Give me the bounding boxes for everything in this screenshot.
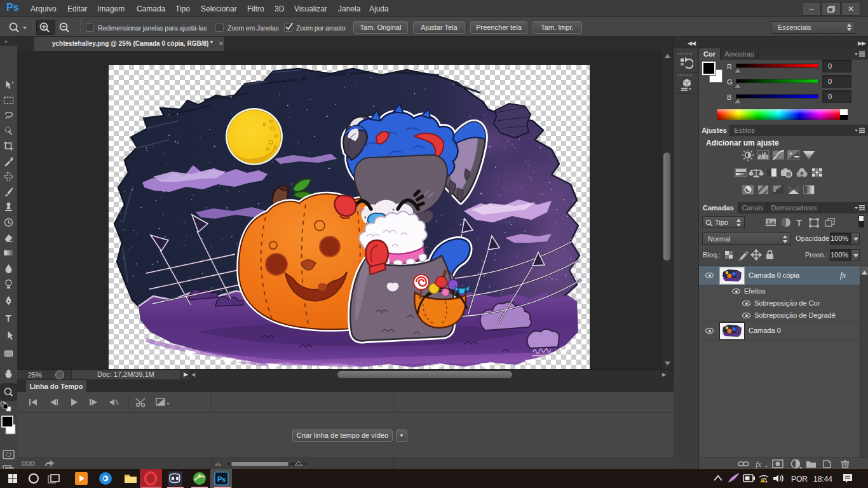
svg-text:POR: POR <box>791 475 808 484</box>
svg-text:»: » <box>4 39 8 44</box>
svg-text:+: + <box>789 151 792 157</box>
svg-text:18:44: 18:44 <box>813 475 832 484</box>
svg-text:Ps: Ps <box>217 475 226 483</box>
svg-text:T: T <box>796 217 802 228</box>
svg-text:T: T <box>6 313 11 323</box>
svg-text:fx: fx <box>756 459 762 469</box>
svg-text:!: ! <box>762 478 763 483</box>
